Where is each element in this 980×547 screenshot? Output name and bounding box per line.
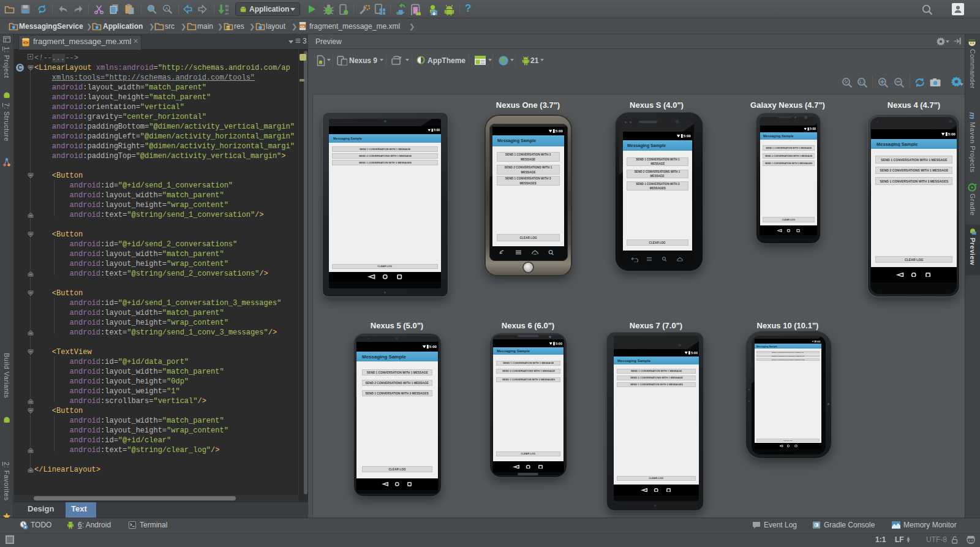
svg-text:01: 01 — [225, 12, 228, 15]
svg-text:<>: <> — [23, 40, 28, 45]
svg-text:A: A — [165, 5, 169, 12]
svg-text:<>: <> — [300, 24, 305, 28]
svg-text:1:1: 1:1 — [859, 79, 866, 85]
